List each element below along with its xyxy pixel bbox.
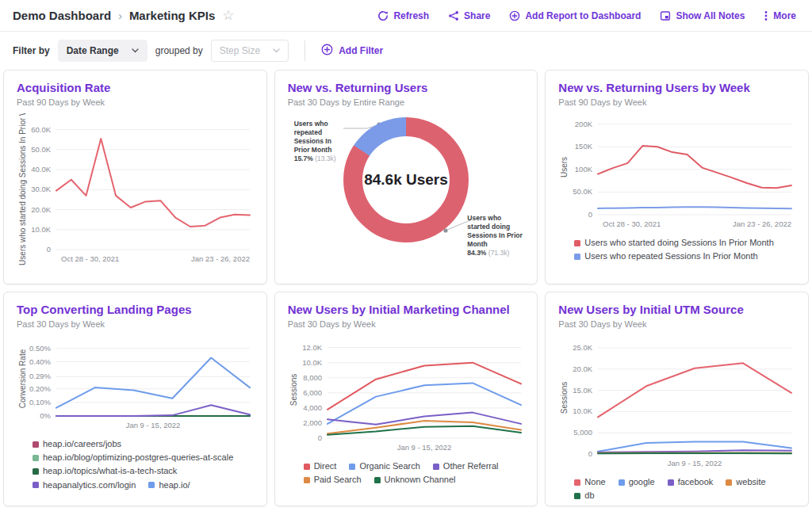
add-report-button[interactable]: Add Report to Dashboard (509, 10, 641, 21)
report-title-link[interactable]: New Users by Initial Marketing Channel (288, 303, 525, 316)
legend-item[interactable]: Paid Search (304, 475, 362, 485)
report-title-link[interactable]: New Users by Initial UTM Source (558, 303, 795, 316)
svg-text:2,000: 2,000 (303, 418, 322, 427)
chart-legend: DirectOrganic SearchOther ReferralPaid S… (288, 461, 525, 485)
donut-hole: 84.6k Users (362, 136, 450, 223)
svg-text:20.0K: 20.0K (31, 205, 51, 214)
legend-swatch-icon (304, 477, 310, 483)
circle-plus-icon (321, 44, 333, 58)
legend-label: db (584, 490, 594, 501)
callout-percent: 15.7% (294, 155, 313, 162)
svg-text:25.0K: 25.0K (573, 343, 593, 352)
report-subtitle: Past 30 Days by Week (288, 319, 525, 329)
line-chart-new-users-by-marketing-channel[interactable]: 12.0K10.0K8,0006,0004,0002,0000SessionsJ… (288, 335, 525, 457)
refresh-button[interactable]: Refresh (377, 10, 429, 21)
share-button[interactable]: Share (448, 10, 490, 21)
legend-label: Unknown Channel (385, 475, 456, 485)
legend-item[interactable]: heap.io/blog/optimizing-postgres-queries… (33, 452, 233, 463)
page-title: Marketing KPIs (129, 9, 215, 22)
legend-item[interactable]: Users who repeated Sessions In Prior Mon… (574, 251, 757, 261)
svg-text:0: 0 (317, 433, 321, 442)
card-new-users-by-utm-source: New Users by Initial UTM Source Past 30 … (545, 292, 809, 506)
report-title-link[interactable]: New vs. Returning Users (288, 81, 525, 94)
line-chart-acquisition-rate[interactable]: 60.0K50.0K40.0K30.0K20.0K10.0K0Users who… (17, 113, 254, 269)
callout-count: (13.3k) (315, 155, 335, 162)
svg-text:Sessions: Sessions (289, 374, 298, 406)
donut-ring[interactable]: 84.6k Users (343, 117, 469, 242)
chevron-down-icon (132, 48, 139, 53)
legend-swatch-icon (668, 479, 674, 486)
report-title-link[interactable]: Top Converting Landing Pages (17, 303, 254, 316)
kebab-icon (764, 10, 768, 21)
legend-item[interactable]: website (726, 477, 765, 487)
card-acquisition-rate: Acquisition Rate Past 90 Days by Week 60… (3, 70, 267, 284)
legend-swatch-icon (574, 479, 580, 486)
breadcrumb-separator: › (118, 10, 122, 22)
report-title-link[interactable]: Acquisition Rate (17, 81, 254, 94)
more-button[interactable]: More (764, 10, 796, 21)
legend-item[interactable]: Organic Search (349, 461, 419, 471)
legend-item[interactable]: heap.io/careers/jobs (33, 439, 121, 449)
svg-text:10.0K: 10.0K (31, 225, 51, 234)
svg-text:200K: 200K (575, 120, 593, 128)
svg-text:6,000: 6,000 (303, 388, 322, 397)
legend-swatch-icon (33, 468, 39, 475)
legend-label: heapanalytics.com/login (43, 480, 136, 490)
page-header: Demo Dashboard › Marketing KPIs ☆ Refres… (0, 0, 812, 31)
legend-item[interactable]: None (574, 477, 605, 487)
legend-item[interactable]: db (574, 490, 594, 501)
card-new-vs-returning-by-week: New vs. Returning Users by Week Past 90 … (545, 70, 809, 284)
svg-text:Users: Users (560, 157, 569, 177)
svg-text:0%: 0% (40, 411, 51, 420)
add-filter-button[interactable]: Add Filter (321, 44, 383, 58)
line-chart-top-converting-landing-pages[interactable]: 0.50%0.40%0.29%0.20%0.10%0%Conversion Ra… (17, 335, 254, 435)
line-chart-new-vs-returning-by-week[interactable]: 200K150K100K50.0K0UsersOct 28 - 30, 2021… (558, 113, 795, 234)
legend-label: heap.io/ (159, 480, 190, 490)
legend-item[interactable]: heap.io/topics/what-is-a-tech-stack (33, 466, 177, 476)
legend-item[interactable]: heapanalytics.com/login (33, 480, 136, 490)
date-range-dropdown[interactable]: Date Range (58, 40, 147, 62)
svg-text:Jan 23 - 26, 2022: Jan 23 - 26, 2022 (191, 254, 250, 263)
legend-swatch-icon (619, 479, 625, 486)
svg-text:60.0K: 60.0K (31, 125, 51, 134)
favorite-star-icon[interactable]: ☆ (222, 9, 234, 22)
legend-swatch-icon (574, 493, 580, 499)
svg-text:10.0K: 10.0K (302, 358, 322, 367)
report-subtitle: Past 30 Days by Week (558, 319, 795, 329)
chart-legend: Users who started doing Sessions In Prio… (558, 238, 795, 261)
share-icon (448, 10, 459, 21)
legend-item[interactable]: Other Referral (433, 461, 499, 471)
svg-text:Users who started doing Sessio: Users who started doing Sessions In Prio… (18, 113, 27, 265)
show-all-notes-button[interactable]: Show All Notes (660, 10, 745, 21)
card-top-converting-landing-pages: Top Converting Landing Pages Past 30 Day… (3, 292, 267, 506)
legend-item[interactable]: heap.io/ (148, 480, 190, 490)
svg-text:Jan 9 - 15, 2022: Jan 9 - 15, 2022 (126, 421, 181, 429)
svg-text:4,000: 4,000 (303, 403, 322, 412)
legend-item[interactable]: google (619, 477, 655, 487)
grouped-by-label: grouped by (155, 45, 203, 56)
breadcrumb: Demo Dashboard › Marketing KPIs ☆ (13, 9, 235, 22)
legend-item[interactable]: Direct (304, 461, 337, 471)
legend-item[interactable]: Users who started doing Sessions In Prio… (574, 238, 773, 248)
step-size-dropdown[interactable]: Step Size (211, 40, 289, 62)
breadcrumb-dashboard-link[interactable]: Demo Dashboard (13, 9, 111, 22)
legend-swatch-icon (433, 464, 439, 470)
notes-icon (660, 10, 671, 21)
svg-text:0.40%: 0.40% (29, 357, 51, 366)
report-subtitle: Past 30 Days by Week (17, 319, 254, 329)
legend-item[interactable]: Unknown Channel (374, 475, 456, 485)
svg-text:Oct 28 - 30, 2021: Oct 28 - 30, 2021 (603, 219, 661, 228)
legend-swatch-icon (304, 464, 310, 470)
line-chart-new-users-by-utm-source[interactable]: 25.0K20.0K15.0K10.0K5,0000SessionsJan 9 … (558, 335, 795, 473)
report-title-link[interactable]: New vs. Returning Users by Week (558, 81, 795, 94)
svg-text:0: 0 (588, 210, 592, 219)
svg-text:100K: 100K (575, 165, 593, 174)
chevron-down-icon (273, 48, 280, 53)
filter-bar: Filter by Date Range grouped by Step Siz… (0, 32, 812, 70)
svg-text:30.0K: 30.0K (31, 185, 51, 193)
legend-swatch-icon (349, 464, 355, 470)
legend-swatch-icon (33, 482, 39, 488)
legend-label: google (629, 477, 655, 487)
legend-item[interactable]: facebook (668, 477, 714, 487)
svg-text:Oct 28 - 30, 2021: Oct 28 - 30, 2021 (61, 254, 119, 263)
